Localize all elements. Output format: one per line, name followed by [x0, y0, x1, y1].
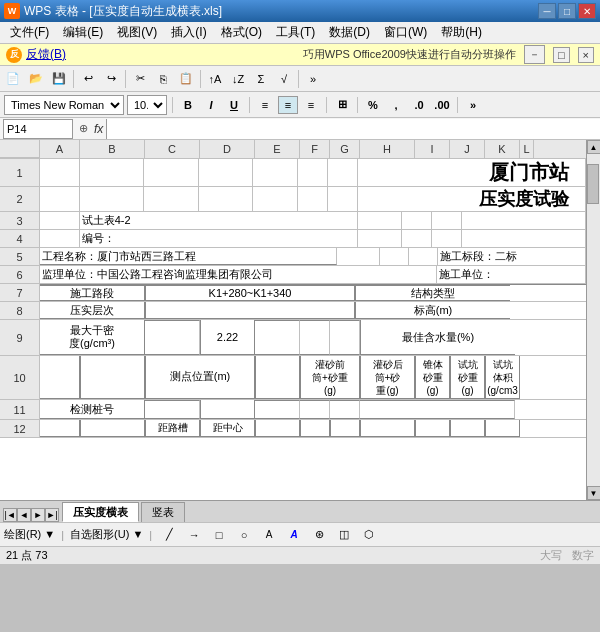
- feedback-min-btn[interactable]: －: [524, 45, 545, 64]
- cell-11G[interactable]: [330, 400, 360, 419]
- italic-button[interactable]: I: [201, 96, 221, 114]
- cell-9D[interactable]: 2.22: [200, 320, 255, 355]
- cell-3A[interactable]: [40, 212, 80, 229]
- wordart-button[interactable]: A: [283, 526, 305, 544]
- tab-prev-button[interactable]: ◄: [17, 508, 31, 522]
- col-header-H[interactable]: H: [360, 140, 415, 158]
- menu-window[interactable]: 窗口(W): [378, 22, 433, 43]
- col-header-G[interactable]: G: [330, 140, 360, 158]
- fx-icon[interactable]: fx: [91, 122, 106, 136]
- cell-1B[interactable]: [80, 159, 145, 186]
- cell-2H[interactable]: 压实度试验: [358, 187, 586, 211]
- feedback-close-btn[interactable]: ×: [578, 47, 594, 63]
- cell-6A[interactable]: 监理单位：中国公路工程咨询监理集团有限公司: [40, 266, 437, 283]
- arrow-button[interactable]: →: [183, 526, 205, 544]
- sum-button[interactable]: Σ: [250, 69, 272, 89]
- diagram-button[interactable]: ⊛: [308, 526, 330, 544]
- cell-11F[interactable]: [300, 400, 330, 419]
- cell-1C[interactable]: [144, 159, 199, 186]
- new-button[interactable]: 📄: [2, 69, 24, 89]
- vertical-scrollbar[interactable]: ▲ ▼: [586, 140, 600, 500]
- autoshapes-label[interactable]: 自选图形(U) ▼: [70, 527, 143, 542]
- more-format-button[interactable]: »: [463, 96, 483, 114]
- cell-1G[interactable]: [328, 159, 358, 186]
- sheet-tab-2[interactable]: 竖表: [141, 502, 185, 522]
- draw-label[interactable]: 绘图(R) ▼: [4, 527, 55, 542]
- save-button[interactable]: 💾: [48, 69, 70, 89]
- col-header-C[interactable]: C: [145, 140, 200, 158]
- row-header-4[interactable]: 4: [0, 230, 40, 248]
- cell-11H[interactable]: [360, 400, 515, 419]
- menu-tools[interactable]: 工具(T): [270, 22, 321, 43]
- cell-12E[interactable]: [255, 420, 300, 437]
- menu-insert[interactable]: 插入(I): [165, 22, 212, 43]
- cell-9G[interactable]: [330, 320, 360, 355]
- cell-4E[interactable]: [358, 230, 403, 247]
- cell-4H[interactable]: [462, 230, 586, 247]
- comma-button[interactable]: ,: [386, 96, 406, 114]
- row-header-6[interactable]: 6: [0, 266, 40, 284]
- cell-2D[interactable]: [199, 187, 254, 211]
- sort-asc-button[interactable]: ↑A: [204, 69, 226, 89]
- col-header-B[interactable]: B: [80, 140, 145, 158]
- textbox-button[interactable]: A: [258, 526, 280, 544]
- cell-2E[interactable]: [253, 187, 298, 211]
- cell-5H[interactable]: 施工标段：二标: [438, 248, 586, 265]
- cell-12A[interactable]: [40, 420, 80, 437]
- cell-7C[interactable]: K1+280~K1+340: [145, 285, 355, 301]
- row-header-3[interactable]: 3: [0, 212, 40, 230]
- cell-12H[interactable]: [360, 420, 415, 437]
- undo-button[interactable]: ↩: [77, 69, 99, 89]
- cell-5G[interactable]: [409, 248, 438, 265]
- cell-3E[interactable]: [358, 212, 403, 229]
- feedback-max-btn[interactable]: □: [553, 47, 570, 63]
- menu-format[interactable]: 格式(O): [215, 22, 268, 43]
- col-header-A[interactable]: A: [40, 140, 80, 158]
- row-header-2[interactable]: 2: [0, 187, 40, 212]
- cell-9C[interactable]: [145, 320, 200, 355]
- cell-9F[interactable]: [300, 320, 330, 355]
- sqrt-button[interactable]: √: [273, 69, 295, 89]
- cell-3H[interactable]: [462, 212, 586, 229]
- tab-next-button[interactable]: ►: [31, 508, 45, 522]
- oval-button[interactable]: ○: [233, 526, 255, 544]
- cell-10F[interactable]: 灌砂前筒+砂重(g): [300, 356, 360, 399]
- cell-4B[interactable]: 编号：: [80, 230, 358, 247]
- col-header-F[interactable]: F: [300, 140, 330, 158]
- cell-10C[interactable]: 测点位置(m): [145, 356, 255, 399]
- scroll-down-button[interactable]: ▼: [587, 486, 601, 500]
- row-header-10[interactable]: 10: [0, 356, 40, 400]
- open-button[interactable]: 📂: [25, 69, 47, 89]
- cell-10I[interactable]: 锥体砂重(g): [415, 356, 450, 399]
- increase-decimal-button[interactable]: .0: [409, 96, 429, 114]
- cell-12C[interactable]: 距路槽: [145, 420, 200, 437]
- shadow-button[interactable]: ◫: [333, 526, 355, 544]
- cell-7H[interactable]: 结构类型: [355, 285, 510, 301]
- col-header-J[interactable]: J: [450, 140, 485, 158]
- cell-8A[interactable]: 压实层次: [40, 302, 145, 319]
- cell-1H[interactable]: 厦门市站: [358, 159, 586, 186]
- cell-12D[interactable]: 距中心: [200, 420, 255, 437]
- cell-10J[interactable]: 试坑砂重(g): [450, 356, 485, 399]
- col-header-K[interactable]: K: [485, 140, 520, 158]
- cell-11A[interactable]: 检测桩号: [40, 400, 145, 419]
- menu-data[interactable]: 数据(D): [323, 22, 376, 43]
- maximize-button[interactable]: □: [558, 3, 576, 19]
- row-header-7[interactable]: 7: [0, 284, 40, 302]
- percent-button[interactable]: %: [363, 96, 383, 114]
- cell-9A[interactable]: 最大干密度(g/cm³): [40, 320, 145, 355]
- bold-button[interactable]: B: [178, 96, 198, 114]
- cell-3G[interactable]: [432, 212, 462, 229]
- cell-3B[interactable]: 试土表4-2: [80, 212, 358, 229]
- cell-5F[interactable]: [380, 248, 409, 265]
- tab-last-button[interactable]: ►|: [45, 508, 59, 522]
- col-header-I[interactable]: I: [415, 140, 450, 158]
- cell-2B[interactable]: [80, 187, 145, 211]
- name-box[interactable]: [3, 119, 73, 139]
- paste-button[interactable]: 📋: [175, 69, 197, 89]
- more-tools-button[interactable]: »: [302, 69, 324, 89]
- cell-6H[interactable]: 施工单位：: [437, 266, 586, 283]
- 3d-button[interactable]: ⬡: [358, 526, 380, 544]
- cell-1F[interactable]: [298, 159, 328, 186]
- sort-desc-button[interactable]: ↓Z: [227, 69, 249, 89]
